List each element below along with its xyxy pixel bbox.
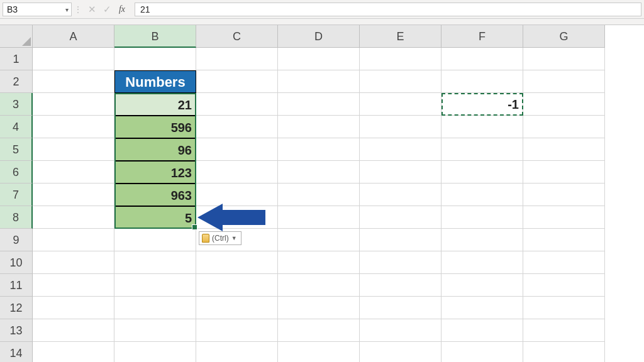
- row-head-2[interactable]: 2: [0, 70, 33, 93]
- cell-B4[interactable]: 596: [114, 116, 196, 138]
- cell-F14[interactable]: [441, 342, 523, 362]
- cell-E14[interactable]: [360, 342, 441, 362]
- cell-F10[interactable]: [441, 251, 523, 274]
- cell-E8[interactable]: [360, 206, 441, 229]
- cell-E3[interactable]: [360, 93, 441, 116]
- cell-F2[interactable]: [441, 70, 523, 93]
- row-head-8[interactable]: 8: [0, 206, 33, 229]
- cell-G2[interactable]: [523, 70, 605, 93]
- cell-B1[interactable]: [114, 48, 196, 70]
- col-head-B[interactable]: B: [114, 25, 196, 48]
- cell-D5[interactable]: [278, 138, 360, 161]
- cell-G3[interactable]: [523, 93, 605, 116]
- cell-G9[interactable]: [523, 229, 605, 251]
- row-head-4[interactable]: 4: [0, 116, 33, 138]
- cell-B6[interactable]: 123: [114, 161, 196, 184]
- cell-A8[interactable]: [33, 206, 114, 229]
- cell-A4[interactable]: [33, 116, 114, 138]
- cell-D11[interactable]: [278, 274, 360, 297]
- cell-G10[interactable]: [523, 251, 605, 274]
- cell-B9[interactable]: [114, 229, 196, 251]
- cell-G5[interactable]: [523, 138, 605, 161]
- row-head-1[interactable]: 1: [0, 48, 33, 70]
- col-head-D[interactable]: D: [278, 25, 360, 48]
- paste-options-tag[interactable]: (Ctrl)▼: [199, 231, 242, 245]
- cell-D13[interactable]: [278, 319, 360, 342]
- cell-D7[interactable]: [278, 184, 360, 206]
- cell-B7[interactable]: 963: [114, 184, 196, 206]
- cell-A1[interactable]: [33, 48, 114, 70]
- cell-D9[interactable]: [278, 229, 360, 251]
- cell-F1[interactable]: [441, 48, 523, 70]
- cell-B2[interactable]: Numbers: [114, 70, 196, 93]
- cell-C5[interactable]: [196, 138, 278, 161]
- row-head-12[interactable]: 12: [0, 297, 33, 319]
- row-head-7[interactable]: 7: [0, 184, 33, 206]
- cell-D6[interactable]: [278, 161, 360, 184]
- col-head-C[interactable]: C: [196, 25, 278, 48]
- cell-F7[interactable]: [441, 184, 523, 206]
- cell-C14[interactable]: [196, 342, 278, 362]
- cell-G6[interactable]: [523, 161, 605, 184]
- col-head-E[interactable]: E: [360, 25, 441, 48]
- cell-C13[interactable]: [196, 319, 278, 342]
- formula-input[interactable]: 21: [135, 3, 641, 16]
- row-head-10[interactable]: 10: [0, 251, 33, 274]
- cell-G11[interactable]: [523, 274, 605, 297]
- cell-G14[interactable]: [523, 342, 605, 362]
- cell-C1[interactable]: [196, 48, 278, 70]
- cell-A2[interactable]: [33, 70, 114, 93]
- cell-C12[interactable]: [196, 297, 278, 319]
- cell-D10[interactable]: [278, 251, 360, 274]
- spreadsheet-grid[interactable]: ABCDEFG12Numbers321-14596596612379638591…: [0, 25, 644, 362]
- cell-D12[interactable]: [278, 297, 360, 319]
- cell-E12[interactable]: [360, 297, 441, 319]
- enter-icon[interactable]: ✓: [99, 3, 114, 16]
- cell-B11[interactable]: [114, 274, 196, 297]
- cell-E4[interactable]: [360, 116, 441, 138]
- cell-F4[interactable]: [441, 116, 523, 138]
- cell-D4[interactable]: [278, 116, 360, 138]
- cell-C4[interactable]: [196, 116, 278, 138]
- fx-icon[interactable]: fx: [114, 3, 130, 16]
- cell-A10[interactable]: [33, 251, 114, 274]
- cell-B14[interactable]: [114, 342, 196, 362]
- cell-F3[interactable]: -1: [441, 93, 523, 116]
- cell-B10[interactable]: [114, 251, 196, 274]
- cell-A11[interactable]: [33, 274, 114, 297]
- cell-B13[interactable]: [114, 319, 196, 342]
- cell-F9[interactable]: [441, 229, 523, 251]
- cell-G1[interactable]: [523, 48, 605, 70]
- row-head-6[interactable]: 6: [0, 161, 33, 184]
- col-head-F[interactable]: F: [441, 25, 523, 48]
- cell-C3[interactable]: [196, 93, 278, 116]
- cell-D1[interactable]: [278, 48, 360, 70]
- cell-E10[interactable]: [360, 251, 441, 274]
- cell-A5[interactable]: [33, 138, 114, 161]
- cell-F8[interactable]: [441, 206, 523, 229]
- cell-C6[interactable]: [196, 161, 278, 184]
- cell-C7[interactable]: [196, 184, 278, 206]
- cell-F6[interactable]: [441, 161, 523, 184]
- cell-E11[interactable]: [360, 274, 441, 297]
- cell-F13[interactable]: [441, 319, 523, 342]
- row-head-13[interactable]: 13: [0, 319, 33, 342]
- cell-A9[interactable]: [33, 229, 114, 251]
- cell-E2[interactable]: [360, 70, 441, 93]
- cell-A12[interactable]: [33, 297, 114, 319]
- cell-A3[interactable]: [33, 93, 114, 116]
- cell-F12[interactable]: [441, 297, 523, 319]
- cell-D2[interactable]: [278, 70, 360, 93]
- cell-G13[interactable]: [523, 319, 605, 342]
- cell-G7[interactable]: [523, 184, 605, 206]
- cell-E6[interactable]: [360, 161, 441, 184]
- row-head-14[interactable]: 14: [0, 342, 33, 362]
- row-head-5[interactable]: 5: [0, 138, 33, 161]
- cell-E13[interactable]: [360, 319, 441, 342]
- cancel-icon[interactable]: ✕: [84, 3, 99, 16]
- cell-C11[interactable]: [196, 274, 278, 297]
- cell-D14[interactable]: [278, 342, 360, 362]
- cell-E7[interactable]: [360, 184, 441, 206]
- cell-B12[interactable]: [114, 297, 196, 319]
- cell-B8[interactable]: 5: [114, 206, 196, 229]
